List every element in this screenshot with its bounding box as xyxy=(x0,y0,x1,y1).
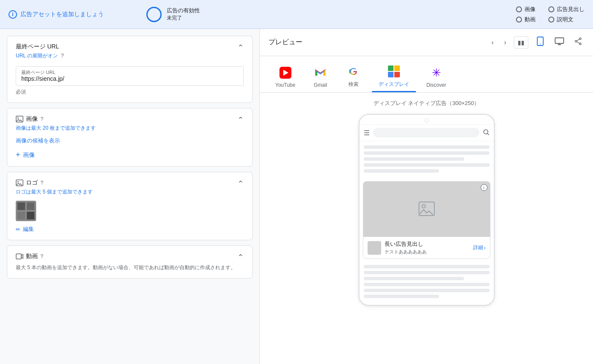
radio-circle-image xyxy=(516,6,522,12)
effectiveness-label: 広告の有効性 xyxy=(167,7,200,14)
radio-headline[interactable]: 広告見出し xyxy=(548,6,584,13)
video-section-title: 動画 ? xyxy=(16,253,236,260)
svg-rect-6 xyxy=(27,202,34,210)
image-asset-icon xyxy=(16,116,23,122)
content-line xyxy=(364,277,465,280)
ad-cta[interactable]: 詳細 › xyxy=(473,244,486,251)
content-line xyxy=(364,289,490,292)
radio-description-label: 説明文 xyxy=(557,16,573,23)
video-section-subtitle: 最大 5 本の動画を追加できます。動画がない場合、可能であれば動画が自動的に作成… xyxy=(16,264,236,271)
right-panel: プレビュー ‹ › ▮▮ xyxy=(259,29,593,364)
ad-info-badge: i xyxy=(481,184,488,191)
logo-asset-icon xyxy=(16,179,23,186)
svg-rect-8 xyxy=(27,212,34,219)
content-line xyxy=(364,163,490,167)
radio-group-2: 広告見出し 説明文 xyxy=(548,6,584,23)
logo-edit-button[interactable]: ✏ 編集 xyxy=(16,225,34,233)
tab-gmail[interactable]: Gmail xyxy=(305,63,335,92)
image-section-subtitle: 画像は最大 20 枚まで追加できます xyxy=(16,125,96,132)
url-section-header-left: 最終ページ URL URL の展開がオン ? xyxy=(16,43,64,60)
youtube-tab-label: YouTube xyxy=(275,82,295,88)
preview-next-button[interactable]: › xyxy=(502,36,509,49)
svg-point-11 xyxy=(540,44,541,45)
url-section-title: 最終ページ URL xyxy=(16,43,64,51)
image-help-icon[interactable]: ? xyxy=(40,116,43,122)
video-collapse-button[interactable]: ⌃ xyxy=(237,253,244,262)
ad-image-icon xyxy=(418,201,435,218)
edit-pencil-icon: ✏ xyxy=(16,226,20,233)
content-line xyxy=(364,271,490,274)
add-image-button[interactable]: + 画像 xyxy=(16,151,35,159)
url-field-wrapper: 最終ページ URL 必須 xyxy=(16,66,244,96)
google-icon xyxy=(348,65,359,77)
svg-rect-7 xyxy=(17,212,25,219)
radio-image[interactable]: 画像 xyxy=(516,6,536,13)
radio-video[interactable]: 動画 xyxy=(516,16,536,23)
radio-description[interactable]: 説明文 xyxy=(548,16,584,23)
mobile-device-button[interactable] xyxy=(533,34,547,51)
preview-title: プレビュー xyxy=(268,38,302,47)
svg-rect-9 xyxy=(16,254,21,259)
url-help-icon[interactable]: ? xyxy=(61,53,64,59)
logo-section: ロゴ ? ロゴは最大 5 個まで追加できます ⌃ ✏ 編集 xyxy=(7,172,253,240)
tab-search[interactable]: 検索 xyxy=(339,61,368,92)
radio-circle-video xyxy=(516,17,522,23)
gmail-icon xyxy=(314,67,326,79)
url-collapse-button[interactable]: ⌃ xyxy=(237,43,244,52)
content-line xyxy=(364,295,439,298)
phone-notch xyxy=(359,115,494,125)
plus-icon: + xyxy=(16,151,20,159)
address-bar xyxy=(373,128,479,137)
logo-section-title: ロゴ ? xyxy=(16,179,93,187)
svg-point-19 xyxy=(422,205,425,208)
ad-cta-chevron: › xyxy=(484,245,486,251)
svg-rect-5 xyxy=(17,202,25,210)
discover-icon: ✳ xyxy=(432,66,441,80)
content-line xyxy=(364,151,490,155)
desktop-device-button[interactable] xyxy=(552,35,567,50)
post-ad-lines xyxy=(359,261,494,305)
logo-section-header: ロゴ ? ロゴは最大 5 個まで追加できます ⌃ xyxy=(16,179,244,196)
video-section-header-left: 動画 ? 最大 5 本の動画を追加できます。動画がない場合、可能であれば動画が自… xyxy=(16,253,236,271)
phone-browser-bar: ☰ xyxy=(359,125,494,141)
banner-title: 広告アセットを追加しましょう xyxy=(20,11,104,18)
ad-headline: 長い広告見出し xyxy=(385,240,470,248)
display-cell-1 xyxy=(388,65,393,71)
tab-nav: YouTube Gmail xyxy=(260,56,593,93)
share-button[interactable] xyxy=(572,35,584,50)
image-section-header-left: 画像 ? 画像は最大 20 枚まで追加できます xyxy=(16,115,96,132)
tab-youtube[interactable]: YouTube xyxy=(268,63,302,92)
banner-left: i 広告アセットを追加しましょう xyxy=(9,10,104,19)
tab-display[interactable]: ディスプレイ xyxy=(372,61,416,92)
radio-headline-label: 広告見出し xyxy=(557,6,584,13)
logo-thumbnail xyxy=(16,201,36,221)
svg-point-1 xyxy=(17,117,19,119)
url-input[interactable] xyxy=(21,75,238,82)
logo-collapse-button[interactable]: ⌃ xyxy=(237,179,244,188)
youtube-tab-icon xyxy=(279,66,292,80)
ad-cta-label: 詳細 xyxy=(473,244,483,251)
required-label: 必須 xyxy=(16,88,244,96)
preview-pause-button[interactable]: ▮▮ xyxy=(514,36,528,49)
tab-discover[interactable]: ✳ Discover xyxy=(419,63,453,92)
hamburger-icon: ☰ xyxy=(364,129,370,137)
main-layout: 最終ページ URL URL の展開がオン ? ⌃ 最終ページ URL 必須 xyxy=(0,29,593,364)
ad-body: 長い広告見出し テストああああああ 詳細 › xyxy=(363,237,490,259)
preview-prev-button[interactable]: ‹ xyxy=(489,36,496,49)
radio-image-label: 画像 xyxy=(525,6,536,13)
logo-help-icon[interactable]: ? xyxy=(40,180,43,186)
phone-mockup: ☰ xyxy=(359,114,495,306)
banner-center: 広告の有効性 未完了 xyxy=(146,7,200,22)
image-collapse-button[interactable]: ⌃ xyxy=(237,115,244,125)
phone-inner: ☰ xyxy=(359,125,494,305)
image-section-title: 画像 ? xyxy=(16,115,96,123)
content-line xyxy=(364,283,490,286)
radio-circle-description xyxy=(548,17,554,23)
left-panel: 最終ページ URL URL の展開がオン ? ⌃ 最終ページ URL 必須 xyxy=(0,29,259,364)
top-banner: i 広告アセットを追加しましょう 広告の有効性 未完了 画像 動画 広告見出し xyxy=(0,0,593,29)
video-help-icon[interactable]: ? xyxy=(40,253,43,259)
image-candidate-link[interactable]: 画像の候補を表示 xyxy=(16,137,60,145)
video-section: 動画 ? 最大 5 本の動画を追加できます。動画がない場合、可能であれば動画が自… xyxy=(7,245,253,279)
radio-group-1: 画像 動画 xyxy=(516,6,536,23)
logo-section-subtitle: ロゴは最大 5 個まで追加できます xyxy=(16,188,93,196)
